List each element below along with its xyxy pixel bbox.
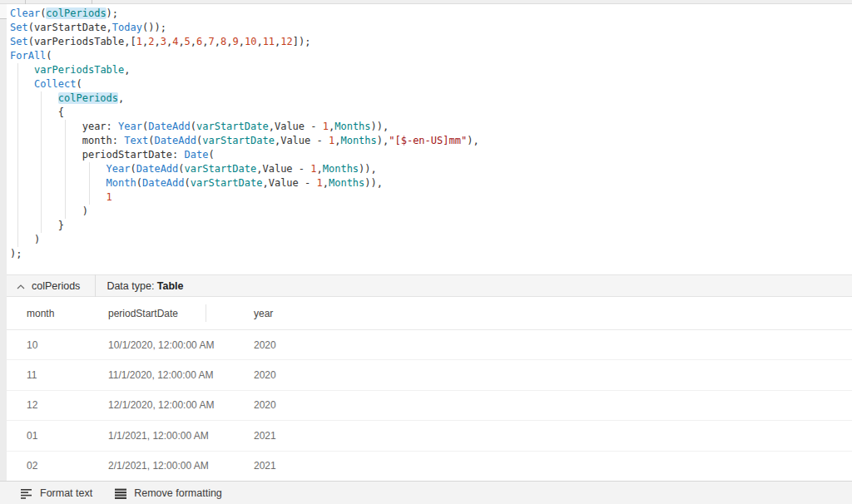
bottom-toolbar: Format text Remove formatting bbox=[0, 481, 852, 504]
collapse-results-button[interactable] bbox=[12, 275, 30, 296]
remove-formatting-button[interactable]: Remove formatting bbox=[109, 483, 227, 503]
code-line: { bbox=[10, 106, 852, 120]
remove-formatting-icon bbox=[114, 487, 127, 500]
code-line: ); bbox=[10, 247, 852, 261]
table-cell: 11/1/2020, 12:00:00 AM bbox=[88, 369, 234, 381]
code-line: Set(varPeriodsTable,[1,2,3,4,5,6,7,8,9,1… bbox=[10, 35, 852, 49]
table-row: 1010/1/2020, 12:00:00 AM2020 bbox=[7, 329, 852, 359]
remove-formatting-label: Remove formatting bbox=[134, 487, 222, 499]
table-cell: 12/1/2020, 12:00:00 AM bbox=[88, 399, 234, 411]
code-line: 1 bbox=[10, 190, 852, 205]
format-text-label: Format text bbox=[40, 487, 92, 499]
table-cell: 2021 bbox=[234, 430, 852, 442]
code-line: Clear(colPeriods); bbox=[10, 7, 852, 21]
data-type-value: Table bbox=[157, 280, 184, 292]
code-line: ForAll( bbox=[10, 49, 852, 63]
table-cell: 10/1/2020, 12:00:00 AM bbox=[88, 339, 234, 351]
data-type-text: Data type: Table bbox=[106, 280, 183, 292]
table-row: 1212/1/2020, 12:00:00 AM2020 bbox=[7, 390, 852, 420]
code-line: } bbox=[10, 219, 852, 233]
indent-guide bbox=[65, 120, 66, 219]
table-cell: 2020 bbox=[234, 339, 852, 351]
code-editor[interactable]: Clear(colPeriods);Set(varStartDate,Today… bbox=[7, 4, 852, 274]
code-line: colPeriods, bbox=[10, 91, 852, 106]
column-header-year: year bbox=[234, 308, 852, 319]
table-cell: 01 bbox=[7, 430, 88, 442]
table-cell: 2020 bbox=[234, 399, 852, 411]
code-line: ) bbox=[10, 233, 852, 247]
format-text-icon bbox=[20, 487, 33, 500]
code-line: Year(DateAdd(varStartDate,Value - 1,Mont… bbox=[10, 162, 852, 176]
scrollbar-thumb[interactable] bbox=[0, 4, 7, 19]
code-line: ) bbox=[10, 205, 852, 219]
code-line: varPeriodsTable, bbox=[10, 63, 852, 77]
table-row: 1111/1/2020, 12:00:00 AM2020 bbox=[7, 359, 852, 389]
table-cell: 12 bbox=[7, 399, 88, 411]
table-row: 011/1/2021, 12:00:00 AM2021 bbox=[7, 420, 852, 450]
code-line: month: Text(DateAdd(varStartDate,Value -… bbox=[10, 134, 852, 148]
column-divider bbox=[206, 304, 206, 322]
results-table-body: 1010/1/2020, 12:00:00 AM20201111/1/2020,… bbox=[7, 329, 852, 481]
column-header-month: month bbox=[7, 308, 88, 319]
data-type-label: Data type: bbox=[106, 280, 156, 292]
column-header-periodStartDate: periodStartDate bbox=[88, 308, 234, 319]
header-divider bbox=[95, 274, 96, 297]
table-cell: 1/1/2021, 12:00:00 AM bbox=[88, 430, 234, 442]
indent-guide bbox=[41, 91, 42, 233]
table-cell: 10 bbox=[7, 339, 88, 351]
chevron-up-icon bbox=[17, 279, 25, 292]
table-cell: 11 bbox=[7, 369, 88, 381]
table-cell: 2020 bbox=[234, 369, 852, 381]
table-cell: 2021 bbox=[234, 460, 852, 472]
indent-guide bbox=[89, 162, 90, 205]
code-line: Collect( bbox=[10, 77, 852, 91]
code-line: year: Year(DateAdd(varStartDate,Value - … bbox=[10, 120, 852, 134]
code-line: Month(DateAdd(varStartDate,Value - 1,Mon… bbox=[10, 176, 852, 190]
format-text-button[interactable]: Format text bbox=[15, 483, 97, 503]
indent-guide bbox=[17, 63, 18, 247]
collection-name-label: colPeriods bbox=[32, 280, 80, 292]
vertical-scrollbar[interactable] bbox=[0, 4, 7, 481]
table-cell: 02 bbox=[7, 460, 88, 472]
table-column-headers: monthperiodStartDateyear bbox=[7, 297, 852, 329]
code-line: Set(varStartDate,Today()); bbox=[10, 21, 852, 35]
results-panel-header: colPeriods Data type: Table bbox=[7, 274, 852, 297]
code-line: periodStartDate: Date( bbox=[10, 148, 852, 162]
table-row: 022/1/2021, 12:00:00 AM2021 bbox=[7, 451, 852, 481]
table-cell: 2/1/2021, 12:00:00 AM bbox=[88, 460, 234, 472]
